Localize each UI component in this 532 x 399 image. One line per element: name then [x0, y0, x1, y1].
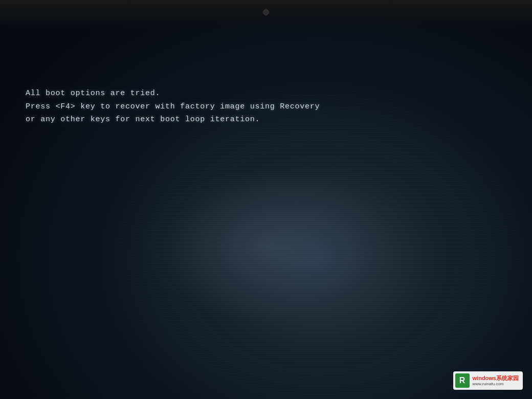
- camera-dot: [263, 9, 269, 15]
- watermark-icon: R: [455, 373, 470, 388]
- boot-line-2: Press <F4> key to recover with factory i…: [26, 100, 320, 114]
- screen-glow: [138, 169, 394, 322]
- watermark-brand: windows系统家园: [473, 375, 519, 382]
- watermark-url: www.ruinafu.com: [473, 382, 519, 387]
- watermark: R windows系统家园 www.ruinafu.com: [453, 371, 523, 390]
- watermark-text: windows系统家园 www.ruinafu.com: [473, 375, 519, 387]
- boot-line-1: All boot options are tried.: [26, 87, 320, 100]
- top-bezel: [0, 0, 532, 31]
- boot-message-block: All boot options are tried. Press <F4> k…: [26, 87, 320, 126]
- boot-line-3: or any other keys for next boot loop ite…: [26, 113, 320, 126]
- bios-screen: All boot options are tried. Press <F4> k…: [0, 0, 532, 399]
